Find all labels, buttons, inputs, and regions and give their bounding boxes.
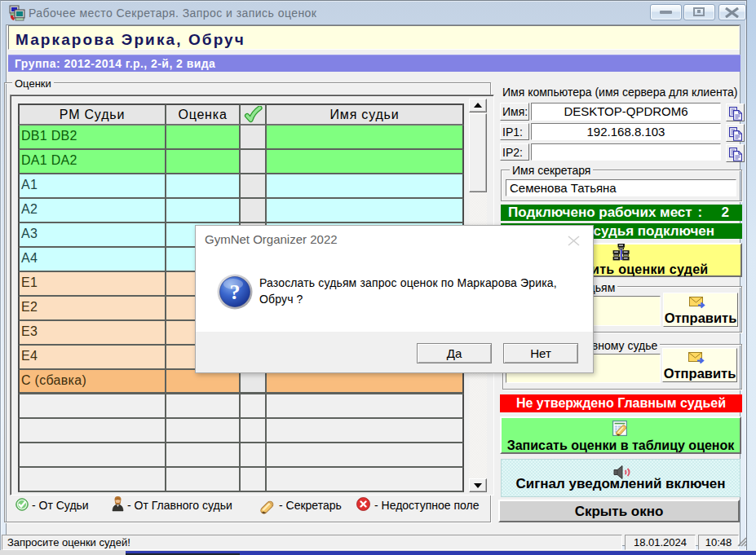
svg-text:?: ? — [230, 280, 241, 304]
